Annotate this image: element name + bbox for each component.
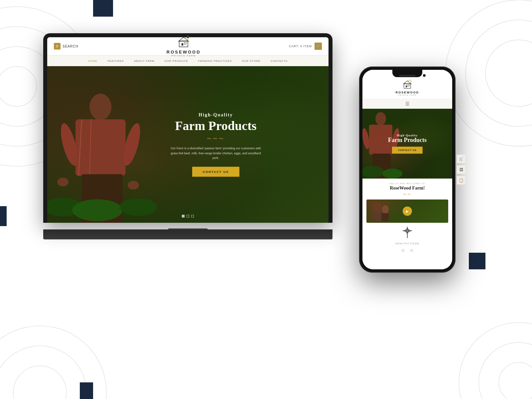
site-logo: ROSEWOOD PRIVATE FARM [167, 37, 201, 57]
phone-logo-name: ROSEWOOD [366, 91, 449, 94]
phone-hero-cta-button[interactable]: CONTACT US [392, 147, 422, 154]
nav-contacts[interactable]: CONTACTS [271, 60, 288, 63]
svg-point-31 [119, 199, 157, 216]
hero-dot-2[interactable] [187, 215, 189, 217]
phone-speaker [399, 75, 416, 76]
svg-rect-15 [182, 43, 183, 46]
phone-hamburger-menu[interactable]: ☰ [362, 99, 452, 109]
svg-point-30 [72, 199, 123, 221]
phone-welcome-label: HELLO AND WELCOME TO [390, 183, 425, 185]
svg-point-44 [374, 203, 382, 213]
svg-marker-33 [403, 81, 411, 84]
phone-windmill-icon [395, 226, 419, 241]
nav-about-farm[interactable]: ABOUT FARM [134, 60, 155, 63]
search-label: SEARCH [63, 45, 78, 48]
svg-rect-47 [381, 213, 389, 221]
phone-wave-decoration: 〜〜 [403, 192, 412, 197]
hero-pagination [182, 215, 194, 217]
hero-dot-3[interactable] [191, 215, 194, 217]
hero-wave-decoration: 〜〜〜 [169, 136, 262, 142]
svg-point-20 [89, 94, 111, 120]
hero-person-area [47, 66, 157, 223]
logo-house-icon [167, 37, 201, 50]
nav-our-store[interactable]: OUR STORE [242, 60, 260, 63]
phone-icon-1: ○ [401, 247, 405, 253]
phone-welcome-title: RoseWood Farm! [390, 186, 425, 191]
phone-icon-2: ○ [410, 247, 413, 253]
logo-name: ROSEWOOD [167, 50, 201, 55]
svg-point-28 [128, 181, 139, 190]
svg-rect-34 [406, 85, 407, 87]
logo-sub: PRIVATE FARM [167, 55, 201, 57]
website-header: ⚲ SEARCH [47, 37, 329, 56]
hero-title-small: High-Quality [169, 112, 262, 117]
side-icon-cart: 🛒 [457, 155, 466, 163]
svg-rect-13 [179, 41, 188, 47]
cart-area[interactable]: CART: 0 ITEM 🛒 [289, 43, 322, 50]
side-icon-image: 🖼 [457, 165, 466, 174]
hero-content: High-Quality Farm Products 〜〜〜 Our Farm … [169, 112, 262, 177]
phone-device: ROSEWOOD PRIVATE FARM ☰ [359, 66, 456, 273]
main-scene: ⚲ SEARCH [0, 0, 532, 399]
side-icon-calendar: 📋 [457, 176, 466, 185]
nav-home[interactable]: HOME [88, 60, 97, 63]
site-navigation: HOME FEATURES ABOUT FARM OUR PRODUCE FAR… [47, 56, 329, 66]
phone-video-thumbnail[interactable]: ▶ [366, 200, 448, 223]
nav-farming-practices[interactable]: FARMING PRACTICES [198, 60, 232, 63]
svg-rect-32 [404, 84, 411, 88]
laptop-body: ⚲ SEARCH [43, 33, 332, 223]
phone-healthy-label: HEALTHY FOOD [395, 242, 419, 245]
svg-rect-21 [75, 119, 126, 176]
phone-hero-content: High-Quality Farm Products CONTACT US [388, 134, 427, 154]
hero-title-large: Farm Products [169, 119, 262, 133]
search-area[interactable]: ⚲ SEARCH [54, 43, 78, 50]
phone-bottom-section: HELLO AND WELCOME TO RoseWood Farm! 〜〜 [362, 179, 452, 269]
phone-front-camera [423, 74, 426, 77]
svg-rect-35 [408, 85, 410, 86]
phone-healthy-food-section: HEALTHY FOOD [395, 226, 419, 247]
svg-point-43 [382, 169, 402, 179]
laptop-screen: ⚲ SEARCH [47, 37, 329, 223]
phone-bottom-icons: ○ ○ [401, 247, 413, 253]
hero-description: Our Farm is a diversified 'pasture farm'… [169, 146, 262, 160]
laptop-device: ⚲ SEARCH [43, 33, 332, 239]
svg-point-36 [409, 80, 411, 83]
svg-rect-45 [374, 212, 382, 221]
phone-screen: ROSEWOOD PRIVATE FARM ☰ [362, 70, 452, 269]
phone-logo-sub: PRIVATE FARM [366, 94, 449, 96]
phone-hero-title-large: Farm Products [388, 137, 427, 144]
nav-our-produce[interactable]: OUR PRODUCE [165, 60, 188, 63]
phone-body: ROSEWOOD PRIVATE FARM ☰ [359, 66, 456, 273]
laptop-base [43, 229, 332, 239]
hero-cta-button[interactable]: CONTACT US [192, 167, 239, 177]
phone-play-button[interactable]: ▶ [403, 206, 412, 216]
svg-rect-16 [184, 43, 186, 44]
laptop-camera [187, 35, 189, 38]
phone-logo-icon [366, 80, 449, 91]
cart-icon: 🛒 [315, 43, 322, 50]
phone-hero-section: High-Quality Farm Products CONTACT US [362, 109, 452, 179]
cart-label: CART: 0 ITEM [289, 45, 312, 48]
hero-section: High-Quality Farm Products 〜〜〜 Our Farm … [47, 66, 329, 223]
search-icon: ⚲ [54, 43, 61, 50]
svg-point-27 [57, 178, 68, 186]
phone-notch [392, 70, 422, 77]
svg-point-46 [382, 205, 389, 214]
phone-side-icons: 🛒 🖼 📋 [457, 155, 466, 185]
hero-dot-1[interactable] [182, 215, 185, 217]
svg-point-54 [406, 230, 408, 232]
svg-point-37 [375, 112, 386, 125]
nav-features[interactable]: FEATURES [107, 60, 124, 63]
